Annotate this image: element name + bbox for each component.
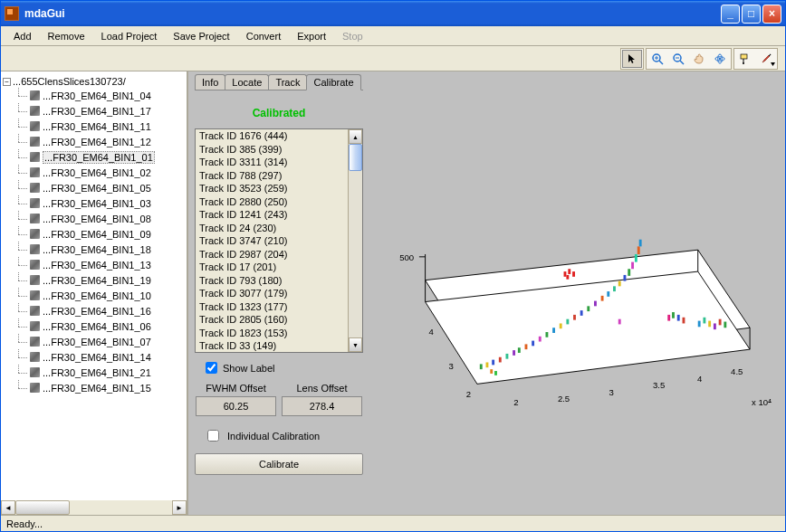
minimize-button[interactable]: _: [721, 5, 740, 24]
track-list-item[interactable]: Track ID 3077 (179): [196, 287, 348, 300]
svg-rect-42: [539, 337, 542, 342]
track-list-item[interactable]: Track ID 385 (399): [196, 143, 348, 157]
cube-icon: [30, 367, 40, 377]
menu-convert[interactable]: Convert: [239, 29, 289, 43]
svg-rect-45: [560, 323, 562, 328]
tree-item[interactable]: ...FR30_EM64_BIN1_13: [15, 257, 185, 272]
track-list-item[interactable]: Track ID 33 (149): [196, 339, 348, 352]
track-items[interactable]: Track ID 1676 (444)Track ID 385 (399)Tra…: [196, 129, 348, 352]
tree-children: ...FR30_EM64_BIN1_04...FR30_EM64_BIN1_17…: [3, 88, 185, 395]
track-list-item[interactable]: Track ID 24 (230): [196, 222, 348, 235]
tree-item[interactable]: ...FR30_EM64_BIN1_19: [15, 272, 185, 288]
tree-item[interactable]: ...FR30_EM64_BIN1_02: [15, 165, 185, 180]
tab-calibrate[interactable]: Calibrate: [306, 74, 360, 90]
maximize-button[interactable]: □: [742, 5, 761, 24]
tab-info[interactable]: Info: [195, 74, 225, 90]
menu-export[interactable]: Export: [290, 29, 333, 43]
tree-item[interactable]: ...FR30_EM64_BIN1_14: [15, 349, 185, 365]
vscroll-track[interactable]: [349, 144, 362, 337]
rotate-3d-icon[interactable]: [710, 50, 730, 68]
tree-item[interactable]: ...FR30_EM64_BIN1_04: [15, 88, 185, 103]
tree-item[interactable]: ...FR30_EM64_BIN1_21: [15, 365, 185, 380]
data-cursor-icon[interactable]: [735, 50, 755, 68]
tree-root-node[interactable]: − ...655ClensSlices130723/: [3, 75, 185, 88]
file-tree-panel: − ...655ClensSlices130723/ ...FR30_EM64_…: [1, 71, 188, 515]
svg-text:4: 4: [429, 327, 435, 337]
individual-label[interactable]: Individual Calibration: [227, 431, 320, 442]
svg-rect-37: [505, 354, 508, 359]
menu-add[interactable]: Add: [6, 29, 39, 43]
tree-item[interactable]: ...FR30_EM64_BIN1_15: [15, 380, 185, 395]
tree-item[interactable]: ...FR30_EM64_BIN1_05: [15, 180, 185, 195]
tree-item[interactable]: ...FR30_EM64_BIN1_01: [15, 149, 185, 165]
svg-rect-52: [607, 291, 609, 297]
track-list-item[interactable]: Track ID 1676 (444): [196, 129, 348, 143]
tree-item[interactable]: ...FR30_EM64_BIN1_03: [15, 195, 185, 211]
tab-track[interactable]: Track: [268, 74, 307, 90]
track-listbox[interactable]: Track ID 1676 (444)Track ID 385 (399)Tra…: [195, 128, 363, 353]
cube-icon: [30, 290, 40, 300]
tree-item[interactable]: ...FR30_EM64_BIN1_18: [15, 242, 185, 257]
track-list-item[interactable]: Track ID 793 (180): [196, 274, 348, 288]
svg-text:3: 3: [609, 387, 613, 397]
tree-item[interactable]: ...FR30_EM64_BIN1_11: [15, 119, 185, 134]
show-label-text[interactable]: Show Label: [223, 363, 275, 374]
hscroll-right-icon[interactable]: ►: [172, 500, 187, 515]
file-tree[interactable]: − ...655ClensSlices130723/ ...FR30_EM64_…: [1, 71, 187, 500]
menu-save-project[interactable]: Save Project: [166, 29, 236, 43]
tree-item[interactable]: ...FR30_EM64_BIN1_08: [15, 211, 185, 226]
track-list-item[interactable]: Track ID 1823 (153): [196, 327, 348, 340]
brush-icon[interactable]: [756, 50, 776, 68]
track-list-item[interactable]: Track ID 1241 (243): [196, 208, 348, 222]
lens-offset-value[interactable]: 278.4: [282, 396, 362, 416]
show-label-checkbox[interactable]: [206, 362, 217, 374]
hscroll-thumb[interactable]: [15, 500, 70, 515]
tree-item[interactable]: ...FR30_EM64_BIN1_12: [15, 134, 185, 149]
vscroll-down-icon[interactable]: ▼: [349, 337, 362, 352]
zoom-in-icon[interactable]: [647, 50, 667, 68]
tree-item[interactable]: ...FR30_EM64_BIN1_09: [15, 226, 185, 242]
svg-rect-47: [573, 315, 576, 320]
track-list-item[interactable]: Track ID 17 (201): [196, 261, 348, 274]
tree-item-label: ...FR30_EM64_BIN1_01: [43, 151, 155, 164]
track-list-item[interactable]: Track ID 2987 (204): [196, 248, 348, 261]
tree-item[interactable]: ...FR30_EM64_BIN1_17: [15, 103, 185, 119]
track-list-item[interactable]: Track ID 2805 (160): [196, 313, 348, 327]
vscroll-up-icon[interactable]: ▲: [349, 129, 362, 144]
zoom-out-icon[interactable]: [668, 50, 688, 68]
svg-rect-53: [613, 286, 616, 291]
calibrate-button[interactable]: Calibrate: [195, 453, 363, 475]
cube-icon: [30, 306, 40, 316]
tree-item[interactable]: ...FR30_EM64_BIN1_16: [15, 303, 185, 318]
hscroll-left-icon[interactable]: ◄: [1, 500, 15, 515]
pointer-tool-icon[interactable]: [622, 50, 642, 68]
track-list-item[interactable]: Track ID 3523 (259): [196, 182, 348, 195]
tree-item[interactable]: ...FR30_EM64_BIN1_06: [15, 318, 185, 334]
track-list-item[interactable]: Track ID 3311 (314): [196, 156, 348, 169]
hscroll-track[interactable]: [15, 500, 172, 515]
track-list-item[interactable]: Track ID 1323 (177): [196, 300, 348, 314]
track-list-item[interactable]: Track ID 2880 (250): [196, 195, 348, 209]
pan-icon[interactable]: [689, 50, 709, 68]
cube-icon: [30, 198, 40, 208]
tree-item[interactable]: ...FR30_EM64_BIN1_10: [15, 288, 185, 303]
track-list-item[interactable]: Track ID 3747 (210): [196, 234, 348, 248]
individual-checkbox[interactable]: [207, 430, 219, 442]
fwhm-offset-value[interactable]: 60.25: [196, 396, 276, 416]
tab-locate[interactable]: Locate: [225, 74, 269, 90]
tree-item-label: ...FR30_EM64_BIN1_04: [43, 90, 151, 101]
menu-remove[interactable]: Remove: [41, 29, 92, 43]
track-vscrollbar[interactable]: ▲ ▼: [348, 129, 362, 352]
close-button[interactable]: ×: [762, 5, 781, 24]
vscroll-thumb[interactable]: [349, 144, 362, 171]
menu-load-project[interactable]: Load Project: [94, 29, 165, 43]
tree-item[interactable]: ...FR30_EM64_BIN1_07: [15, 334, 185, 349]
plot-3d[interactable]: 500 2 3 4 2 2.5 3 3.5 4 4.5 x 10⁴: [369, 77, 780, 509]
svg-text:4.5: 4.5: [731, 366, 743, 376]
tree-collapse-icon[interactable]: −: [3, 78, 11, 86]
track-list-item[interactable]: Track ID 788 (297): [196, 169, 348, 183]
tree-hscrollbar[interactable]: ◄ ►: [1, 500, 187, 515]
svg-text:2.5: 2.5: [558, 394, 570, 404]
svg-rect-63: [677, 315, 680, 321]
svg-rect-50: [594, 301, 597, 307]
